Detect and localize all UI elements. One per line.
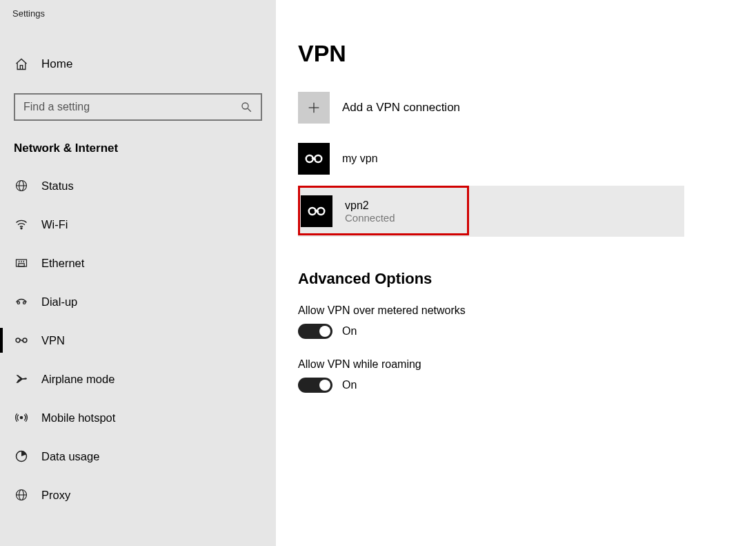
- home-button[interactable]: Home: [0, 50, 276, 78]
- datausage-icon: [14, 449, 29, 463]
- svg-point-15: [20, 416, 22, 418]
- svg-point-25: [317, 208, 324, 215]
- svg-point-14: [23, 338, 27, 342]
- svg-rect-6: [17, 260, 27, 266]
- svg-point-11: [17, 302, 19, 304]
- svg-point-0: [242, 103, 248, 109]
- sidebar-item-label: VPN: [41, 334, 65, 347]
- sidebar-item-wifi[interactable]: Wi-Fi: [0, 205, 276, 244]
- setting-label: Allow VPN while roaming: [298, 358, 756, 371]
- sidebar-item-label: Status: [41, 179, 74, 193]
- sidebar: Settings Home Find a setting Network & I…: [0, 0, 276, 546]
- sidebar-item-datausage[interactable]: Data usage: [0, 437, 276, 476]
- ethernet-icon: [14, 256, 29, 270]
- svg-point-5: [21, 228, 22, 229]
- globe-icon: [14, 179, 29, 193]
- svg-point-13: [16, 338, 20, 342]
- toggle-metered[interactable]: [298, 324, 332, 339]
- svg-point-23: [315, 155, 321, 162]
- search-input[interactable]: Find a setting: [14, 93, 262, 121]
- plus-icon: [298, 92, 330, 124]
- sidebar-item-vpn[interactable]: VPN: [0, 321, 276, 360]
- add-vpn-label: Add a VPN connection: [342, 101, 460, 115]
- search-icon: [240, 101, 252, 113]
- sidebar-nav: Status Wi-Fi Ethernet: [0, 166, 276, 514]
- sidebar-item-status[interactable]: Status: [0, 166, 276, 205]
- home-icon: [14, 57, 29, 71]
- vpn-tile-icon: [301, 195, 332, 227]
- dialup-icon: [14, 295, 29, 309]
- vpn-name: vpn2: [345, 199, 395, 212]
- vpn-state: Connected: [345, 212, 395, 224]
- sidebar-item-hotspot[interactable]: Mobile hotspot: [0, 398, 276, 437]
- sidebar-item-label: Proxy: [41, 489, 70, 502]
- setting-roaming: Allow VPN while roaming On: [298, 358, 756, 393]
- window-title: Settings: [0, 0, 276, 19]
- sidebar-item-label: Mobile hotspot: [41, 411, 115, 425]
- sidebar-item-dialup[interactable]: Dial-up: [0, 282, 276, 321]
- svg-line-1: [248, 108, 251, 112]
- category-title: Network & Internet: [0, 121, 276, 166]
- svg-rect-7: [19, 264, 24, 266]
- toggle-state: On: [342, 379, 357, 391]
- search-placeholder: Find a setting: [23, 101, 90, 113]
- sidebar-item-airplane[interactable]: Airplane mode: [0, 360, 276, 398]
- vpn-tile-icon: [298, 143, 330, 175]
- add-vpn-button[interactable]: Add a VPN connection: [298, 92, 756, 124]
- sidebar-item-proxy[interactable]: Proxy: [0, 476, 276, 514]
- svg-point-12: [23, 302, 26, 304]
- vpn-icon: [14, 333, 29, 347]
- home-label: Home: [41, 57, 72, 71]
- sidebar-item-label: Dial-up: [41, 295, 77, 309]
- sidebar-item-label: Ethernet: [41, 257, 84, 270]
- svg-point-22: [306, 155, 313, 162]
- sidebar-item-label: Airplane mode: [41, 373, 115, 386]
- advanced-title: Advanced Options: [298, 270, 756, 288]
- proxy-icon: [14, 488, 29, 502]
- sidebar-item-label: Data usage: [41, 450, 99, 463]
- toggle-state: On: [342, 325, 357, 338]
- wifi-icon: [14, 217, 29, 231]
- vpn-item[interactable]: my vpn: [298, 143, 756, 175]
- main-panel: VPN Add a VPN connection my vpn: [276, 0, 756, 546]
- sidebar-item-label: Wi-Fi: [41, 218, 68, 231]
- sidebar-item-ethernet[interactable]: Ethernet: [0, 244, 276, 282]
- vpn-name: my vpn: [342, 153, 378, 165]
- airplane-icon: [14, 372, 29, 386]
- svg-point-24: [309, 208, 316, 215]
- toggle-roaming[interactable]: [298, 378, 332, 393]
- page-title: VPN: [298, 40, 756, 67]
- setting-label: Allow VPN over metered networks: [298, 304, 756, 317]
- setting-metered: Allow VPN over metered networks On: [298, 304, 756, 339]
- vpn-item-selected[interactable]: vpn2 Connected: [298, 186, 684, 237]
- hotspot-icon: [14, 411, 29, 425]
